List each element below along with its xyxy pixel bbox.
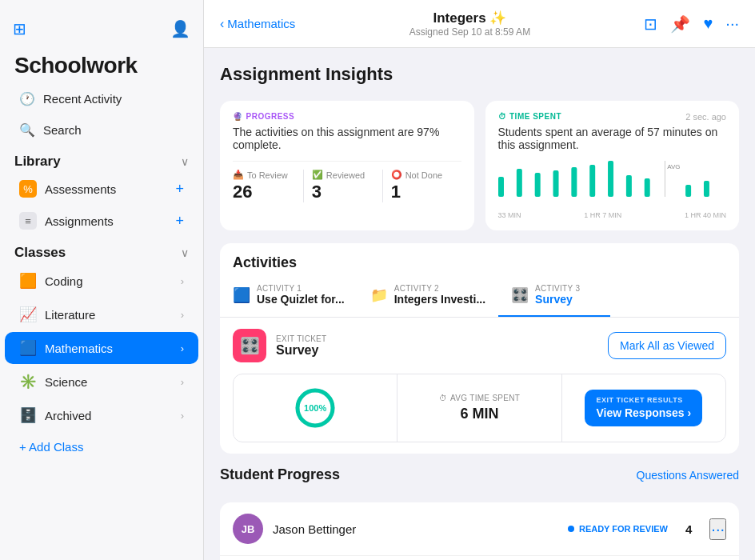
search-icon: 🔍: [19, 122, 35, 138]
content-area: Assignment Insights 🔮 PROGRESS The activ…: [204, 48, 755, 560]
profile-button[interactable]: 👤: [170, 19, 190, 38]
chart-label-1: 33 MIN: [498, 211, 521, 219]
activity3-label: ACTIVITY 3: [535, 284, 580, 293]
student-row-cb: CB Chella Boehm READY FOR REVIEW 4 ···: [220, 556, 739, 560]
science-chevron-icon: ›: [181, 376, 184, 388]
sidebar-toggle-button[interactable]: ⊞: [13, 19, 26, 38]
reviewed-stat: ✅ Reviewed 3: [304, 170, 383, 202]
add-class-button[interactable]: + Add Class: [5, 433, 198, 461]
activity-content: 🎛️ EXIT TICKET Survey Mark All as Viewed: [220, 318, 739, 454]
coding-label: Coding: [45, 274, 83, 288]
reviewed-value: 3: [312, 182, 374, 202]
exit-ticket-icon: 🎛️: [233, 329, 266, 362]
svg-rect-9: [625, 175, 631, 197]
sidebar-top-icons: ⊞ 👤: [0, 13, 203, 45]
status-badge-jb: READY FOR REVIEW: [579, 524, 668, 534]
assessments-icon: %: [19, 180, 37, 198]
insights-section-title: Assignment Insights: [220, 64, 739, 85]
science-label: Science: [45, 375, 87, 389]
sidebar-item-assessments[interactable]: % Assessments +: [5, 174, 198, 204]
activity-tab-2[interactable]: 📁 ACTIVITY 2 Integers Investi...: [358, 274, 498, 317]
share-button[interactable]: ⊡: [644, 14, 657, 34]
svg-rect-5: [553, 170, 558, 197]
progress-insight-card: 🔮 PROGRESS The activities on this assign…: [220, 101, 474, 230]
to-review-value: 26: [233, 182, 295, 202]
exit-ticket-name: Survey: [276, 343, 327, 358]
questions-answered-link[interactable]: Questions Answered: [637, 469, 739, 482]
main-header: ‹ Mathematics Integers ✨ Assigned Sep 10…: [204, 0, 755, 48]
time-text: Students spent an average of 57 minutes …: [498, 126, 727, 151]
student-list: JB Jason Bettinger READY FOR REVIEW 4 ··…: [220, 502, 739, 560]
time-chart-container: AVG 33 MIN: [498, 161, 727, 219]
library-section-header: Library ∨: [0, 146, 203, 173]
mathematics-class-icon: 🟦: [19, 339, 37, 357]
progress-metric-cell: 100%: [234, 374, 397, 442]
mark-viewed-button[interactable]: Mark All as Viewed: [608, 332, 726, 359]
clock-small-icon: ⏱: [439, 394, 447, 402]
avg-time-label: ⏱ AVG TIME SPENT: [439, 394, 521, 402]
chart-labels: 33 MIN 1 HR 7 MIN 1 HR 40 MIN: [498, 211, 727, 219]
assignment-subtitle: Assigned Sep 10 at 8:59 AM: [409, 26, 530, 38]
activity2-icon: 📁: [370, 286, 388, 304]
chart-label-2: 1 HR 7 MIN: [584, 211, 621, 219]
sidebar-item-assignments[interactable]: ≡ Assignments +: [5, 206, 198, 236]
heart-button[interactable]: ♥: [703, 14, 713, 33]
header-actions: ⊡ 📌 ♥ ···: [644, 14, 739, 34]
avg-time-metric-cell: ⏱ AVG TIME SPENT 6 MIN: [397, 374, 561, 442]
library-title: Library: [14, 154, 61, 170]
sidebar-item-search[interactable]: 🔍 Search: [5, 115, 198, 145]
back-button[interactable]: ‹ Mathematics: [220, 17, 295, 31]
time-tag: ⏱ TIME SPENT: [498, 112, 562, 121]
more-button[interactable]: ···: [725, 14, 739, 33]
student-more-button-jb[interactable]: ···: [709, 518, 726, 540]
activity-tab-1[interactable]: 🟦 ACTIVITY 1 Use Quizlet for...: [220, 274, 358, 317]
archived-chevron-icon: ›: [181, 410, 184, 422]
activity1-name: Use Quizlet for...: [257, 293, 345, 306]
svg-rect-2: [498, 177, 504, 197]
svg-rect-7: [589, 165, 595, 197]
add-assignment-button[interactable]: +: [175, 213, 184, 230]
activity3-icon: 🎛️: [511, 286, 529, 304]
archived-class-icon: 🗄️: [19, 406, 37, 424]
progress-tag-label: PROGRESS: [246, 112, 295, 121]
sidebar-item-recent-activity[interactable]: 🕐 Recent Activity: [5, 84, 198, 114]
activities-tabs: 🟦 ACTIVITY 1 Use Quizlet for... 📁 ACTIVI…: [220, 274, 739, 318]
app-title-section: Schoolwork: [0, 45, 203, 83]
student-progress-title: Student Progress: [220, 466, 340, 483]
sidebar-item-archived[interactable]: 🗄️ Archived ›: [5, 399, 198, 431]
add-assessment-button[interactable]: +: [175, 181, 184, 198]
student-avatar-jb: JB: [233, 514, 263, 544]
svg-text:AVG: AVG: [667, 163, 680, 170]
assignment-title: Integers ✨: [409, 10, 530, 26]
view-responses-label: View Responses ›: [596, 406, 691, 420]
classes-chevron-icon: ∨: [181, 246, 189, 259]
svg-rect-11: [685, 185, 691, 197]
student-status-jb: READY FOR REVIEW: [568, 524, 668, 534]
progress-text: The activities on this assignment are 97…: [233, 126, 461, 151]
activities-header: Activities: [220, 243, 739, 271]
clock-icon: 🕐: [19, 91, 35, 106]
literature-chevron-icon: ›: [181, 309, 184, 321]
time-ago-label: 2 sec. ago: [685, 112, 726, 122]
sidebar-item-science[interactable]: ✳️ Science ›: [5, 366, 198, 398]
time-chart: AVG: [498, 161, 727, 205]
time-card-header: ⏱ TIME SPENT 2 sec. ago: [498, 112, 727, 126]
header-center: Integers ✨ Assigned Sep 10 at 8:59 AM: [409, 10, 530, 38]
svg-rect-6: [571, 167, 577, 197]
add-class-label: + Add Class: [19, 440, 83, 454]
activity-tab-3[interactable]: 🎛️ ACTIVITY 3 Survey: [498, 274, 610, 317]
search-label: Search: [43, 123, 82, 137]
svg-rect-12: [703, 181, 709, 197]
recent-activity-label: Recent Activity: [43, 92, 122, 106]
time-insight-card: ⏱ TIME SPENT 2 sec. ago Students spent a…: [485, 101, 740, 230]
avg-time-value: 6 MIN: [460, 406, 498, 422]
sidebar-item-mathematics[interactable]: 🟦 Mathematics ›: [5, 332, 198, 364]
sidebar-item-coding[interactable]: 🟧 Coding ›: [5, 265, 198, 297]
coding-chevron-icon: ›: [181, 275, 184, 287]
pin-button[interactable]: 📌: [670, 14, 690, 34]
assessments-label: Assessments: [45, 182, 116, 196]
svg-rect-3: [516, 169, 521, 197]
sidebar-item-literature[interactable]: 📈 Literature ›: [5, 298, 198, 330]
view-responses-button[interactable]: EXIT TICKET RESULTS View Responses ›: [585, 390, 702, 426]
activity1-icon: 🟦: [233, 286, 250, 304]
